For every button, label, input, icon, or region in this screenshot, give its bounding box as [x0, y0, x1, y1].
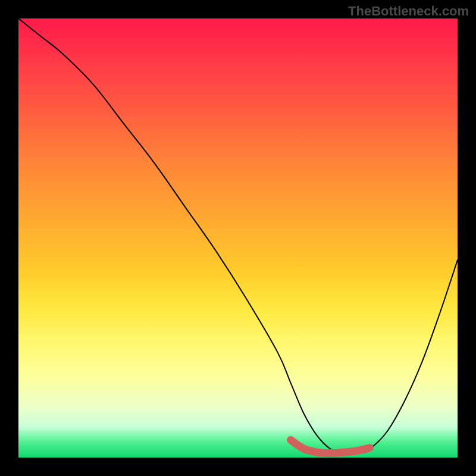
bottleneck-curve-path — [18, 18, 458, 454]
chart-svg-layer — [18, 18, 458, 458]
chart-plot-area — [18, 18, 458, 458]
watermark-text: TheBottleneck.com — [348, 4, 469, 19]
bottleneck-highlight-path — [291, 440, 370, 453]
